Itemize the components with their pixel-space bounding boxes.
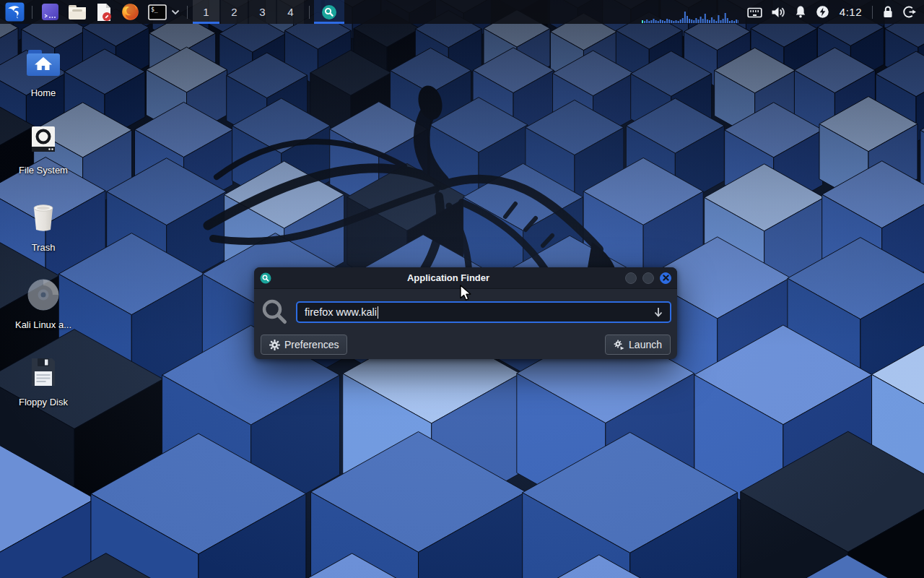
file-manager-icon	[68, 4, 87, 21]
terminal-icon: $_	[148, 4, 167, 20]
launcher-terminal[interactable]: $_	[144, 0, 168, 24]
network-tray-button[interactable]	[743, 0, 767, 24]
launch-button-label: Launch	[629, 339, 662, 350]
text-caret	[378, 306, 379, 319]
desktop-icon-trash[interactable]: Trash	[7, 194, 79, 269]
desktop-icon-label: Home	[31, 87, 56, 98]
workspace-label: 2	[231, 6, 237, 18]
titlebar[interactable]: Application Finder	[254, 267, 677, 289]
close-icon	[663, 275, 669, 281]
workspace-4[interactable]: 4	[277, 0, 304, 24]
volume-icon	[771, 6, 785, 19]
panel-separator	[187, 6, 188, 19]
launcher-firefox[interactable]	[117, 0, 144, 24]
workspace-label: 4	[287, 6, 293, 18]
minimize-button[interactable]	[625, 272, 637, 284]
power-manager-icon	[816, 5, 829, 19]
logout-button[interactable]	[899, 0, 921, 24]
desktop-root: Home File System	[0, 0, 924, 578]
terminal-dropdown-button[interactable]	[168, 0, 183, 24]
power-manager-tray-button[interactable]	[811, 0, 834, 24]
trash-icon	[29, 199, 58, 236]
search-icon	[260, 298, 292, 327]
home-folder-icon	[26, 44, 61, 82]
search-input[interactable]: firefox www.kali	[296, 301, 671, 323]
lock-screen-button[interactable]	[877, 0, 899, 24]
panel-separator	[872, 6, 873, 19]
desktop-icon-label: Floppy Disk	[19, 397, 68, 407]
cdrom-disc-icon	[27, 276, 60, 314]
workspace-1[interactable]: 1	[193, 0, 219, 24]
preferences-button-label: Preferences	[284, 339, 339, 350]
desktop-icon-home[interactable]: Home	[7, 40, 79, 115]
panel-separator	[309, 6, 310, 19]
panel-separator	[32, 6, 32, 19]
cpu-graph[interactable]	[640, 0, 743, 24]
taskbar-application-finder[interactable]	[314, 0, 344, 24]
launcher-qterminal[interactable]	[37, 0, 64, 24]
search-input-value: firefox www.kali	[305, 306, 377, 318]
network-icon	[747, 6, 762, 19]
firefox-icon	[121, 3, 139, 21]
close-button[interactable]	[660, 272, 671, 284]
workspace-2[interactable]: 2	[221, 0, 248, 24]
qterminal-icon	[41, 3, 59, 21]
volume-tray-button[interactable]	[767, 0, 790, 24]
active-indicator	[314, 22, 344, 24]
window-title: Application Finder	[271, 272, 625, 283]
maximize-button[interactable]	[642, 272, 654, 284]
application-finder-icon	[260, 272, 271, 284]
desktop-icon-label: File System	[19, 165, 68, 176]
application-finder-window: Application Finder firefox www.kali	[254, 267, 677, 359]
svg-text:$_: $_	[151, 7, 158, 13]
gear-icon	[269, 340, 280, 350]
desktop-icon-file-system[interactable]: File System	[7, 117, 79, 192]
chevron-down-icon	[171, 9, 180, 15]
application-finder-icon	[321, 4, 337, 20]
floppy-disk-icon	[28, 353, 58, 391]
top-panel: $_ 1 2 3 4	[0, 0, 924, 24]
notifications-tray-button[interactable]	[790, 0, 811, 24]
filesystem-drive-icon	[28, 121, 58, 159]
desktop-icon-floppy-disk[interactable]: Floppy Disk	[7, 349, 79, 424]
active-indicator	[193, 22, 219, 24]
workspace-label: 1	[203, 6, 209, 18]
launch-gear-icon	[614, 340, 624, 350]
logout-icon	[903, 5, 917, 19]
launch-button[interactable]: Launch	[605, 335, 671, 355]
notifications-icon	[794, 5, 807, 19]
clock[interactable]: 4:12	[834, 6, 868, 18]
arrow-down-icon[interactable]	[653, 307, 663, 318]
launcher-text-editor[interactable]	[91, 0, 117, 24]
launcher-file-manager[interactable]	[64, 0, 91, 24]
desktop-icon-label: Trash	[32, 242, 56, 253]
applications-menu-button[interactable]	[2, 0, 27, 24]
lock-icon	[881, 5, 894, 19]
kali-menu-icon	[5, 2, 25, 22]
workspace-label: 3	[259, 6, 265, 18]
desktop-icon-label: Kali Linux a...	[15, 319, 71, 330]
desktop-icon-kali-linux-cd[interactable]: Kali Linux a...	[7, 272, 79, 347]
preferences-button[interactable]: Preferences	[261, 335, 347, 355]
text-editor-icon	[95, 3, 113, 22]
workspace-3[interactable]: 3	[249, 0, 276, 24]
